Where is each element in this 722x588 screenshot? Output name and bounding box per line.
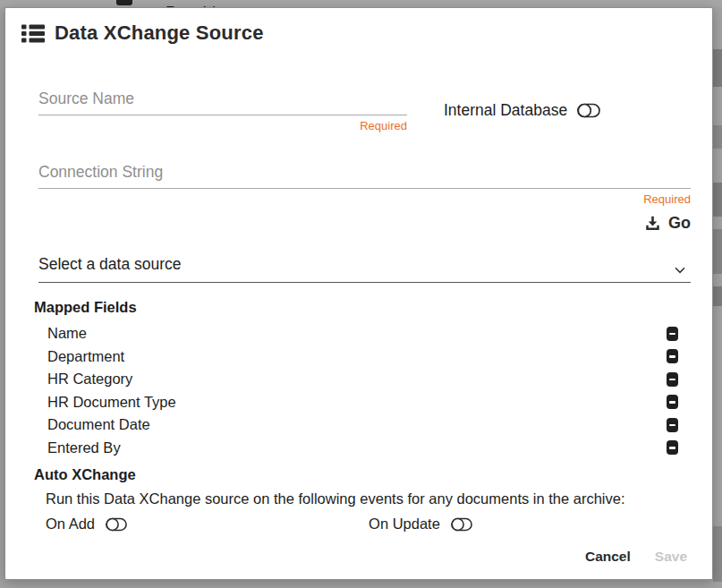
data-xchange-source-dialog: Data XChange Source Required Internal Da… [4, 7, 713, 580]
mapped-field-label: Entered By [34, 439, 121, 456]
auto-xchange-heading: Auto XChange [34, 466, 691, 483]
dialog-content: Required Internal Database Required [5, 88, 712, 533]
on-add-group: On Add [46, 516, 127, 533]
mapped-field-row: Document Date [34, 413, 691, 437]
mapped-field-row: Entered By [34, 437, 691, 460]
list-icon [21, 24, 45, 43]
mapped-field-label: Document Date [34, 416, 150, 433]
connection-string-required-label: Required [38, 192, 691, 206]
mapped-field-row: Department [34, 345, 691, 369]
mapped-field-row: Name [34, 322, 691, 345]
dialog-title: Data XChange Source [55, 21, 264, 45]
data-source-select-value: Select a data source [38, 255, 182, 273]
minus-bar [669, 447, 675, 449]
save-button[interactable]: Save [655, 549, 687, 565]
on-update-group: On Update [369, 516, 472, 533]
dialog-header: Data XChange Source [5, 8, 712, 45]
mapped-field-label: HR Category [34, 371, 132, 388]
on-add-toggle[interactable] [106, 517, 127, 532]
scrollbar-segment [713, 49, 722, 87]
scrollbar-segment [713, 183, 722, 217]
background-scrollbar[interactable] [713, 7, 722, 588]
remove-field-icon[interactable] [667, 395, 678, 409]
data-source-select[interactable]: Select a data source [38, 253, 691, 283]
scrollbar-segment [713, 526, 722, 582]
remove-field-icon[interactable] [667, 418, 678, 432]
minus-bar [669, 401, 675, 404]
scrollbar-segment [713, 125, 722, 149]
internal-database-label: Internal Database [444, 101, 567, 120]
connection-string-row: Required [38, 161, 691, 206]
dialog-footer: Cancel Save [585, 549, 687, 565]
auto-xchange-description: Run this Data XChange source on the foll… [34, 490, 691, 507]
mapped-fields-heading: Mapped Fields [34, 299, 691, 316]
internal-database-field: Internal Database [444, 88, 600, 132]
auto-xchange-toggles-row: On Add On Update [34, 516, 691, 533]
remove-field-icon[interactable] [667, 440, 678, 455]
on-update-toggle[interactable] [451, 517, 472, 532]
remove-field-icon[interactable] [667, 372, 678, 387]
minus-bar [669, 379, 675, 381]
go-button-label: Go [668, 214, 691, 233]
minus-bar [669, 333, 675, 336]
go-button[interactable]: Go [645, 212, 691, 234]
mapped-field-row: HR Document Type [34, 391, 691, 414]
mapped-fields-section: Mapped Fields NameDepartmentHR CategoryH… [34, 299, 691, 459]
on-add-label: On Add [46, 516, 95, 533]
on-update-label: On Update [369, 516, 440, 533]
minus-bar [669, 355, 675, 358]
auto-xchange-section: Auto XChange Run this Data XChange sourc… [34, 466, 691, 533]
background-item-label: Accounts Payable [166, 0, 234, 7]
mapped-field-row: HR Category [34, 368, 691, 391]
source-name-input[interactable] [38, 88, 407, 115]
mapped-fields-list: NameDepartmentHR CategoryHR Document Typ… [34, 322, 691, 459]
scrollbar-segment [713, 229, 722, 274]
chevron-down-icon [675, 261, 685, 277]
remove-field-icon[interactable] [667, 327, 678, 341]
background-page-strip: ▸ Accounts Payable [0, 0, 722, 7]
source-name-field: Required [38, 88, 407, 132]
mapped-field-label: HR Document Type [34, 394, 176, 411]
source-name-required-label: Required [38, 119, 407, 132]
source-name-row: Required Internal Database [38, 88, 691, 132]
download-icon [645, 216, 660, 231]
internal-database-toggle[interactable] [577, 103, 600, 118]
mapped-field-label: Name [34, 325, 87, 342]
connection-string-input[interactable] [38, 161, 691, 189]
scrollbar-segment [713, 286, 722, 306]
minus-bar [669, 424, 675, 427]
cancel-button[interactable]: Cancel [585, 549, 631, 565]
archive-icon [116, 0, 132, 5]
mapped-field-label: Department [34, 348, 124, 365]
go-row: Go [38, 212, 691, 234]
remove-field-icon[interactable] [667, 349, 678, 363]
